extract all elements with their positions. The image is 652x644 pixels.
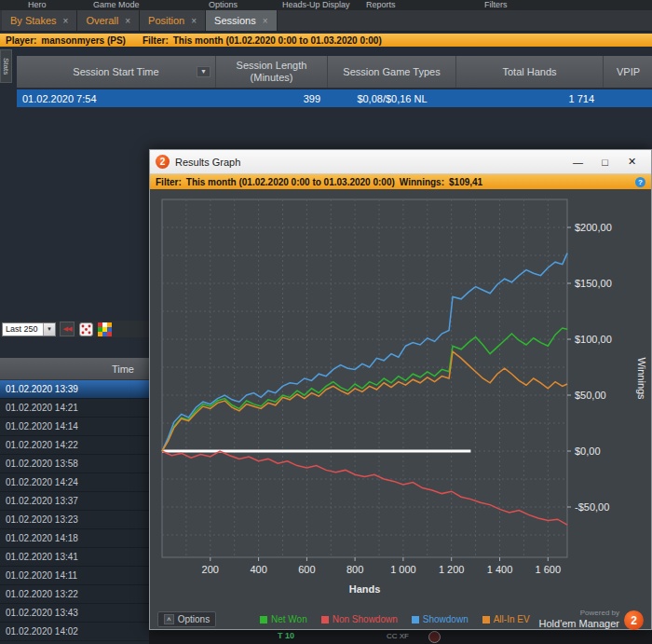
window-titlebar[interactable]: 2 Results Graph — □ ✕ (150, 150, 651, 174)
column-session-length[interactable]: Session Length (Minutes) (216, 56, 328, 88)
list-item[interactable]: 01.02.2020 14:21 (0, 399, 149, 418)
tab-label: By Stakes (10, 15, 57, 26)
results-graph-window: 2 Results Graph — □ ✕ Filter: This month… (149, 149, 652, 630)
report-tabbar: By Stakes× Overall× Position× Sessions× (0, 10, 652, 32)
hole-cards: T 10 (278, 631, 294, 640)
window-title: Results Graph (175, 157, 240, 168)
tab-label: Overall (86, 15, 118, 26)
list-item[interactable]: 01.02.2020 14:18 (0, 529, 149, 548)
last-hands-dropdown[interactable]: Last 250 ▼ (2, 322, 56, 336)
rewind-icon[interactable]: ◀◀ (60, 322, 75, 336)
cell-start-time: 01.02.2020 7:54 (17, 93, 216, 104)
list-item[interactable]: 01.02.2020 14:02 (0, 623, 149, 641)
list-item[interactable]: 01.02.2020 13:37 (0, 492, 149, 511)
legend-swatch (412, 616, 419, 623)
powered-by: Powered by Hold'em Manager (539, 609, 619, 630)
dropdown-value: Last 250 (3, 324, 43, 334)
legend-item[interactable]: Net Won (260, 614, 307, 624)
column-vpip[interactable]: VPIP (604, 56, 652, 88)
column-total-hands[interactable]: Total Hands (456, 56, 604, 88)
list-item[interactable]: 01.02.2020 13:39 (0, 380, 149, 399)
legend-label: All-In EV (494, 614, 530, 624)
options-button[interactable]: ˄ Options (157, 611, 216, 627)
list-item[interactable]: 01.02.2020 13:22 (0, 585, 149, 604)
svg-text:1 000: 1 000 (390, 564, 416, 575)
svg-text:$0,00: $0,00 (575, 445, 601, 457)
legend-swatch (260, 616, 267, 623)
svg-text:$50,00: $50,00 (575, 390, 606, 401)
player-name: CC XF (387, 632, 409, 640)
menu-hero[interactable]: Hero (28, 0, 47, 10)
window-buttons: — □ ✕ (564, 153, 645, 171)
table-row[interactable]: 01.02.2020 7:54 399 $0,08/$0,16 NL 1 714 (17, 89, 652, 107)
dice-icon[interactable] (78, 322, 93, 336)
close-icon[interactable]: × (263, 16, 268, 26)
poker-table-strip: T 10 CC XF (149, 630, 652, 644)
tab-overall[interactable]: Overall× (77, 10, 140, 31)
hm-logo-icon: 2 (624, 610, 644, 630)
dropdown-arrow-icon[interactable]: ▼ (43, 323, 55, 336)
cell-length: 399 (216, 93, 328, 104)
filter-value: This month (01.02.2020 0:00 to 01.03.202… (173, 35, 382, 46)
tab-by-stakes[interactable]: By Stakes× (2, 10, 77, 31)
close-icon[interactable]: × (191, 16, 197, 26)
list-item[interactable]: 01.02.2020 13:58 (0, 455, 149, 473)
column-label: Session Length (Minutes) (229, 60, 314, 83)
legend-item[interactable]: All-In EV (482, 614, 530, 624)
column-session-game-types[interactable]: Session Game Types (328, 56, 456, 88)
column-label: Session Game Types (343, 66, 440, 78)
close-icon[interactable]: × (63, 16, 69, 26)
winnings-label: Winnings: (400, 177, 444, 187)
menu-options[interactable]: Options (209, 0, 238, 10)
column-session-start-time[interactable]: Session Start Time ▼ (17, 56, 216, 88)
legend-label: Showdown (423, 614, 469, 624)
filter-label: Filter: (156, 177, 182, 187)
brand-text: Hold'em Manager (539, 618, 619, 630)
player-label: Player: (6, 35, 36, 46)
graph-filter-bar: Filter: This month (01.02.2020 0:00 to 0… (150, 174, 651, 189)
hand-list-toolbar: Last 250 ▼ ◀◀ (0, 321, 149, 337)
help-icon[interactable]: ? (635, 177, 645, 187)
list-item[interactable]: 01.02.2020 13:43 (0, 604, 149, 623)
cube-icon[interactable] (97, 322, 112, 336)
list-item[interactable]: 01.02.2020 14:14 (0, 418, 149, 436)
legend-item[interactable]: Showdown (412, 614, 469, 624)
list-item[interactable]: 01.02.2020 14:22 (0, 436, 149, 455)
menu-filters[interactable]: Filters (484, 0, 508, 10)
svg-text:$100,00: $100,00 (575, 334, 612, 345)
menu-reports[interactable]: Reports (366, 0, 396, 10)
svg-text:$150,00: $150,00 (575, 278, 612, 289)
winnings-value: $109,41 (449, 177, 482, 187)
menu-hud[interactable]: Heads-Up Display (282, 0, 350, 10)
cell-game-types: $0,08/$0,16 NL (328, 93, 456, 104)
svg-text:1 600: 1 600 (536, 564, 562, 575)
cell-total-hands: 1 714 (456, 93, 604, 104)
close-icon[interactable]: × (125, 16, 130, 26)
menu-game-mode[interactable]: Game Mode (93, 0, 140, 10)
close-icon[interactable]: ✕ (618, 153, 645, 171)
minimize-icon[interactable]: — (564, 153, 591, 171)
list-item[interactable]: 01.02.2020 13:41 (0, 548, 149, 567)
list-item[interactable]: 01.02.2020 13:23 (0, 511, 149, 529)
results-graph: 2004006008001 0001 2001 4001 600$200,00$… (150, 189, 651, 629)
options-label: Options (178, 614, 210, 624)
legend-swatch (321, 616, 329, 623)
time-column-header[interactable]: Time (0, 358, 149, 380)
svg-text:600: 600 (298, 564, 315, 575)
legend-item[interactable]: Non Showdown (321, 614, 398, 624)
maximize-icon[interactable]: □ (591, 153, 618, 171)
column-filter-icon[interactable]: ▼ (197, 66, 211, 77)
menubar: Hero Game Mode Options Heads-Up Display … (0, 0, 652, 10)
svg-text:800: 800 (346, 564, 363, 575)
filter-value: This month (01.02.2020 0:00 to 01.03.202… (186, 177, 395, 187)
column-label: Session Start Time (73, 66, 158, 78)
tab-label: Sessions (214, 15, 256, 26)
tab-position[interactable]: Position× (140, 10, 206, 31)
list-item[interactable]: 01.02.2020 14:11 (0, 567, 149, 585)
app-window: Hero Game Mode Options Heads-Up Display … (0, 0, 652, 644)
sessions-table-header: Session Start Time ▼ Session Length (Min… (17, 56, 652, 88)
powered-by-text: Powered by (539, 609, 619, 618)
tab-sessions[interactable]: Sessions× (206, 10, 277, 31)
stats-side-tab[interactable]: Stats (0, 49, 12, 83)
list-item[interactable]: 01.02.2020 14:24 (0, 473, 149, 492)
